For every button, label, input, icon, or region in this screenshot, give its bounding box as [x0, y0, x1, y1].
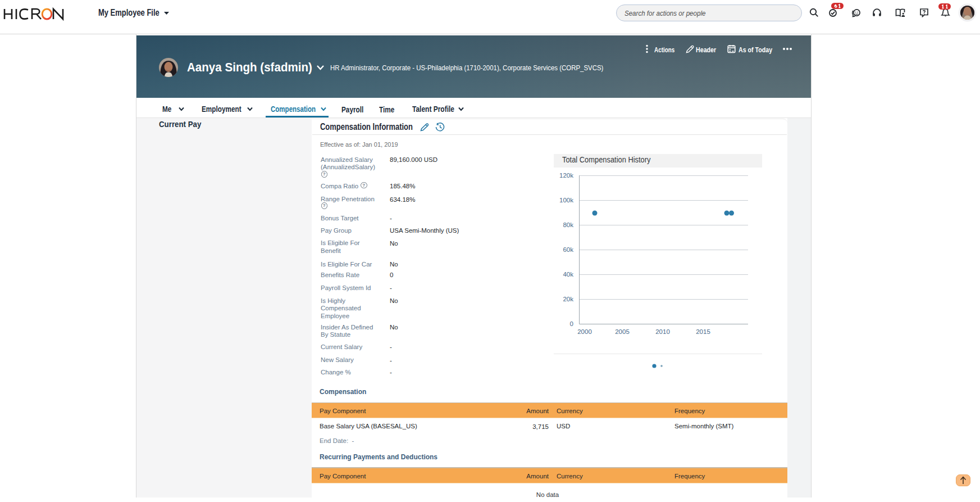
svg-text:100k: 100k: [559, 197, 573, 203]
svg-text:80k: 80k: [563, 221, 573, 228]
svg-text:2005: 2005: [615, 328, 630, 335]
svg-text:60k: 60k: [563, 246, 573, 253]
svg-text:0: 0: [570, 320, 573, 327]
svg-text:40k: 40k: [563, 271, 573, 278]
svg-text:2010: 2010: [655, 328, 670, 335]
svg-text:20k: 20k: [563, 296, 573, 302]
svg-text:2015: 2015: [696, 328, 710, 335]
svg-text:120k: 120k: [559, 172, 573, 179]
svg-text:2000: 2000: [577, 328, 592, 335]
